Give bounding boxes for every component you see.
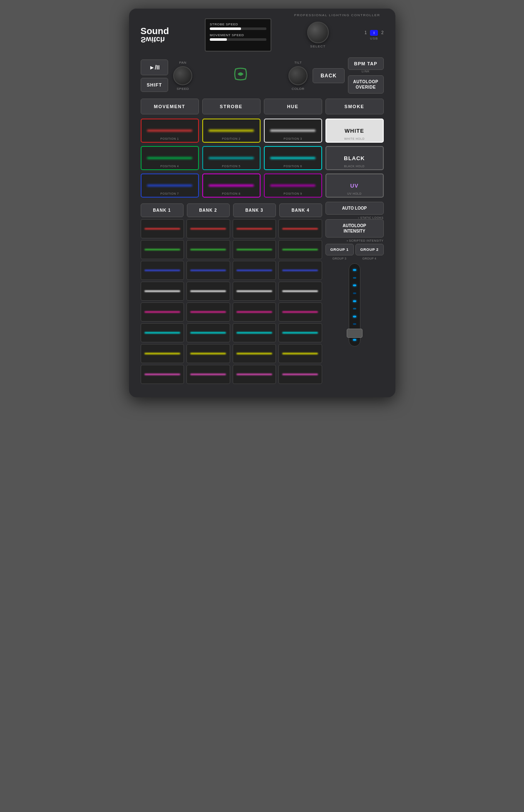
mini-pad-r6-3[interactable]	[233, 323, 276, 342]
mini-pad-r1-2[interactable]	[186, 219, 230, 238]
position-6-pad[interactable]: POSITION 6	[264, 146, 322, 170]
black-hold-label: BLACK HOLD	[326, 165, 383, 168]
bank-4-button[interactable]: BANK 4	[279, 203, 322, 217]
bpm-tap-button[interactable]: BPM TAP	[348, 57, 384, 70]
shift-button[interactable]: SHIFT	[141, 78, 169, 92]
fader-led-6	[353, 308, 356, 309]
usb-switch[interactable]: I	[370, 30, 378, 36]
bank-1-button[interactable]: BANK 1	[141, 203, 184, 217]
controls-row: ►/II SHIFT PAN SPEED TILT COLOR BACK	[141, 57, 384, 94]
strobe-button[interactable]: STROBE	[202, 99, 261, 114]
group-2-button[interactable]: GROUP 2	[355, 244, 384, 255]
position-1-pad[interactable]: POSITION 1	[141, 119, 199, 143]
scripted-intensity-label: SCRIPTED INTENSITY	[325, 239, 384, 242]
movement-button[interactable]: MOVEMENT	[141, 99, 199, 114]
position-1-label: POSITION 1	[142, 137, 198, 140]
pan-knob[interactable]	[173, 66, 192, 85]
fader-section	[325, 263, 384, 347]
logo-main: Sound	[141, 27, 169, 36]
mini-pad-r2-2[interactable]	[186, 240, 230, 259]
mini-pad-r8-1[interactable]	[141, 365, 184, 384]
pads-grid: POSITION 1 POSITION 2 POSITION 3 POSITIO…	[141, 119, 322, 198]
select-knob[interactable]	[307, 22, 329, 43]
position-2-pad[interactable]: POSITION 2	[202, 119, 261, 143]
position-5-pad[interactable]: POSITION 5	[202, 146, 261, 170]
mini-pad-r8-2[interactable]	[186, 365, 230, 384]
usb-num1: 1	[365, 30, 367, 35]
bank-2-button[interactable]: BANK 2	[187, 203, 230, 217]
mini-pad-r3-1[interactable]	[141, 261, 184, 280]
uv-label: UV	[350, 183, 358, 189]
mini-pad-r7-4[interactable]	[278, 344, 322, 363]
fader-led-7	[353, 316, 356, 317]
mini-pad-r2-1[interactable]	[141, 240, 184, 259]
position-3-pad[interactable]: POSITION 3	[264, 119, 322, 143]
position-4-pad[interactable]: POSITION 4	[141, 146, 199, 170]
mini-pad-r2-3[interactable]	[233, 240, 276, 259]
fader-led-1	[353, 269, 356, 271]
link-label: LINK	[348, 70, 384, 73]
position-7-label: POSITION 7	[142, 192, 198, 195]
position-7-pad[interactable]: POSITION 7	[141, 173, 199, 198]
pad-row-blue	[141, 261, 322, 280]
mini-pad-r3-4[interactable]	[278, 261, 322, 280]
movement-label: MOVEMENT SPEED	[210, 33, 266, 37]
group-1-button[interactable]: GROUP 1	[325, 244, 354, 255]
position-6-label: POSITION 6	[265, 165, 321, 168]
mini-pad-r4-2[interactable]	[186, 282, 230, 301]
mini-pad-r1-3[interactable]	[233, 219, 276, 238]
mini-pad-r5-4[interactable]	[278, 302, 322, 322]
mini-pad-r4-3[interactable]	[233, 282, 276, 301]
pro-label: PROFESSIONAL LIGHTING CONTROLLER	[294, 13, 380, 17]
pad-rows-left	[141, 219, 322, 384]
mini-pad-r7-1[interactable]	[141, 344, 184, 363]
autoloop-intensity-button[interactable]: AUTOLOOPINTENSITY	[325, 219, 384, 238]
mini-pad-r7-2[interactable]	[186, 344, 230, 363]
uv-pad[interactable]: UV UV HOLD	[325, 173, 384, 198]
mini-pad-r3-2[interactable]	[186, 261, 230, 280]
mini-pad-r5-3[interactable]	[233, 302, 276, 322]
select-knob-area: SELECT	[307, 22, 329, 48]
right-buttons: BPM TAP LINK AUTOLOOPOVERIDE	[348, 57, 384, 94]
bank-3-button[interactable]: BANK 3	[233, 203, 276, 217]
hue-button[interactable]: HUE	[264, 99, 322, 114]
mini-pad-r3-3[interactable]	[233, 261, 276, 280]
fader-led-10	[353, 339, 356, 341]
pad-row-green	[141, 240, 322, 259]
mini-pad-r5-1[interactable]	[141, 302, 184, 322]
bpm-tap-area: BPM TAP LINK	[348, 57, 384, 73]
white-hold-label: WHITE HOLD	[326, 137, 383, 140]
tilt-knob-section: TILT COLOR	[288, 61, 308, 91]
mini-pad-r6-1[interactable]	[141, 323, 184, 342]
black-label: BLACK	[344, 155, 365, 161]
black-pad[interactable]: BLACK BLACK HOLD	[325, 146, 384, 170]
mini-pad-r1-1[interactable]	[141, 219, 184, 238]
mini-pad-r7-3[interactable]	[233, 344, 276, 363]
movement-display-row: MOVEMENT SPEED	[210, 33, 266, 41]
mini-pad-r2-4[interactable]	[278, 240, 322, 259]
auto-loop-button[interactable]: AUTO LOOP	[325, 202, 384, 215]
mini-pad-r5-2[interactable]	[186, 302, 230, 322]
mini-pad-r8-3[interactable]	[233, 365, 276, 384]
back-button[interactable]: BACK	[313, 68, 345, 83]
group-3-label: GROUP 3	[325, 257, 354, 260]
mini-pad-r4-4[interactable]	[278, 282, 322, 301]
position-9-pad[interactable]: POSITION 9	[264, 173, 322, 198]
fader-handle[interactable]	[347, 329, 363, 338]
smoke-button[interactable]: SMOKE	[325, 99, 384, 114]
mini-pad-r8-4[interactable]	[278, 365, 322, 384]
tilt-knob[interactable]	[288, 66, 308, 85]
mini-pad-r6-2[interactable]	[186, 323, 230, 342]
autoloop-override-button[interactable]: AUTOLOOPOVERIDE	[348, 75, 384, 94]
white-pad[interactable]: WHITE WHITE HOLD	[325, 119, 384, 143]
mini-pad-r6-4[interactable]	[278, 323, 322, 342]
mini-pad-r1-4[interactable]	[278, 219, 322, 238]
usb-numbers: 1 I 2	[365, 30, 384, 36]
usb-area: 1 I 2 USB	[365, 30, 384, 40]
group-4-label: GROUP 4	[355, 257, 384, 260]
position-8-pad[interactable]: POSITION 8	[202, 173, 261, 198]
play-pause-button[interactable]: ►/II	[141, 59, 169, 75]
mini-pad-r4-1[interactable]	[141, 282, 184, 301]
strobe-display-row: STROBE SPEED	[210, 22, 266, 30]
pad-row-pink-purple	[141, 365, 322, 384]
